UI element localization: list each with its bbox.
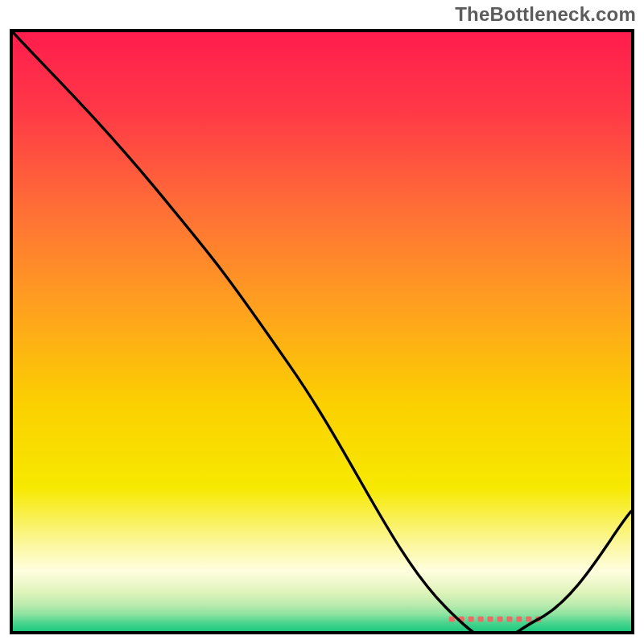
plot-area	[13, 32, 631, 631]
plot-frame	[10, 29, 634, 634]
marker-dot	[497, 617, 503, 622]
watermark-text: TheBottleneck.com	[455, 3, 636, 26]
marker-dot	[516, 617, 522, 622]
marker-dot	[506, 617, 512, 622]
marker-dot	[469, 617, 474, 622]
marker-dot	[449, 617, 455, 622]
marker-dot	[478, 617, 484, 622]
stage: TheBottleneck.com	[0, 0, 644, 644]
gradient-rect	[13, 32, 631, 631]
chart-svg	[13, 32, 631, 631]
marker-dot	[488, 617, 493, 622]
marker-dot	[526, 617, 531, 622]
